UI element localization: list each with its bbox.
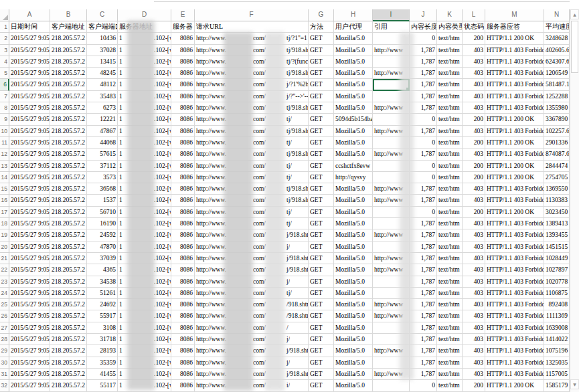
cell-M17[interactable]: HTTP/1.1 200 OK bbox=[485, 207, 544, 218]
cell-B21[interactable]: 218.205.57.2 bbox=[50, 253, 87, 264]
cell-L14[interactable]: 200 bbox=[463, 172, 485, 183]
cell-F14[interactable]: http://www.com/tj/ bbox=[195, 172, 309, 183]
cell-J18[interactable]: 1,787 bbox=[410, 218, 437, 229]
cell-B22[interactable]: 218.205.57.2 bbox=[50, 264, 87, 276]
cell-E22[interactable]: 8086 bbox=[171, 264, 195, 276]
cell-H32[interactable]: Mozilla/5.0 bbox=[334, 380, 373, 391]
cell-M14[interactable]: HTTP/1.1 200 OK bbox=[485, 172, 544, 183]
row-header-26[interactable]: 26 bbox=[0, 310, 9, 322]
cell-N32[interactable]: 1585179 bbox=[544, 380, 570, 391]
cell-E10[interactable]: 8086 bbox=[171, 126, 195, 137]
cell-H28[interactable]: Mozilla/5.0 bbox=[334, 334, 373, 345]
cell-A21[interactable]: 2015/5/27 9:05 bbox=[9, 253, 50, 264]
row-header-17[interactable]: 17 bbox=[0, 207, 9, 218]
cell-G4[interactable]: GET bbox=[309, 56, 334, 68]
cell-L15[interactable]: 403 bbox=[463, 183, 485, 195]
cell-L21[interactable]: 403 bbox=[463, 253, 485, 264]
cell-G1[interactable]: 方法 bbox=[309, 21, 334, 33]
cell-E12[interactable]: 8086 bbox=[171, 149, 195, 160]
cell-I21[interactable]: http://www bbox=[373, 253, 410, 264]
cell-E31[interactable]: 8086 bbox=[171, 369, 195, 380]
cell-N28[interactable]: 1414022 bbox=[544, 334, 570, 345]
cell-K25[interactable]: text/htm bbox=[437, 299, 463, 310]
cell-M5[interactable]: HTTP/1.1 403 Forbidde bbox=[485, 68, 544, 79]
row-header-6[interactable]: 6 bbox=[0, 79, 9, 90]
cell-G27[interactable]: GET bbox=[309, 322, 334, 334]
cell-M20[interactable]: HTTP/1.1 403 Forbidde bbox=[485, 241, 544, 253]
cell-N2[interactable]: 3248628 bbox=[544, 33, 570, 44]
cell-M30[interactable]: HTTP/1.1 403 Forbidde bbox=[485, 357, 544, 369]
cell-J17[interactable]: 0 bbox=[410, 207, 437, 218]
cell-B30[interactable]: 218.205.57.2 bbox=[50, 357, 87, 369]
cell-M10[interactable]: HTTP/1.1 403 Forbidde bbox=[485, 126, 544, 137]
cell-C4[interactable]: 13415 bbox=[87, 56, 118, 68]
column-header-J[interactable]: J bbox=[410, 9, 437, 21]
cell-I28[interactable] bbox=[373, 334, 410, 345]
cell-J9[interactable]: 0 bbox=[410, 114, 437, 125]
cell-K5[interactable]: text/htm bbox=[437, 68, 463, 79]
cell-G13[interactable]: GET bbox=[309, 161, 334, 172]
cell-M7[interactable]: HTTP/1.1 403 Forbidde bbox=[485, 91, 544, 102]
cell-A2[interactable]: 2015/5/27 9:05 bbox=[9, 33, 50, 44]
cell-B19[interactable]: 218.205.57.2 bbox=[50, 229, 87, 241]
cell-G21[interactable]: GET bbox=[309, 253, 334, 264]
cell-E15[interactable]: 8086 bbox=[171, 183, 195, 195]
cell-H20[interactable]: Mozilla/5.0 bbox=[334, 241, 373, 253]
cell-L16[interactable]: 403 bbox=[463, 195, 485, 206]
cell-G17[interactable]: GET bbox=[309, 207, 334, 218]
cell-F21[interactable]: http://www.com/j/918.shtm bbox=[195, 253, 309, 264]
cell-I9[interactable] bbox=[373, 114, 410, 125]
cell-C2[interactable]: 10436 bbox=[87, 33, 118, 44]
cell-L18[interactable]: 403 bbox=[463, 218, 485, 229]
cell-N4[interactable]: 624307.6 bbox=[544, 56, 570, 68]
cell-D29[interactable]: 1.102-[www. bbox=[118, 345, 171, 357]
cell-E7[interactable]: 8086 bbox=[171, 91, 195, 102]
cell-M1[interactable]: 服务器应答 bbox=[485, 21, 544, 33]
cell-G20[interactable]: GET bbox=[309, 241, 334, 253]
cell-I11[interactable] bbox=[373, 137, 410, 149]
cell-M23[interactable]: HTTP/1.1 403 Forbidde bbox=[485, 276, 544, 288]
cell-K15[interactable]: text/htm bbox=[437, 183, 463, 195]
cell-D2[interactable]: 1.102-[www. bbox=[118, 33, 171, 44]
cell-C31[interactable]: 41455 bbox=[87, 369, 118, 380]
cell-H31[interactable]: Mozilla/5.0 bbox=[334, 369, 373, 380]
cell-C30[interactable]: 35359 bbox=[87, 357, 118, 369]
cell-A1[interactable]: 日期时间 bbox=[9, 21, 50, 33]
cell-C29[interactable]: 28193 bbox=[87, 345, 118, 357]
cell-L2[interactable]: 200 bbox=[463, 33, 485, 44]
cell-G30[interactable]: GET bbox=[309, 357, 334, 369]
cell-N12[interactable]: 874087.6 bbox=[544, 149, 570, 160]
column-header-G[interactable]: G bbox=[309, 9, 334, 21]
cell-K23[interactable]: text/htm bbox=[437, 276, 463, 288]
cell-F6[interactable]: http://www.com/j/?1'%2b(f bbox=[195, 79, 309, 90]
cell-I5[interactable]: http://www bbox=[373, 68, 410, 79]
cell-K28[interactable]: text/htm bbox=[437, 334, 463, 345]
cell-M11[interactable]: HTTP/1.1 200 OK bbox=[485, 137, 544, 149]
cell-N15[interactable]: 1369550 bbox=[544, 183, 570, 195]
cell-D8[interactable]: 1.102-[www. bbox=[118, 102, 171, 114]
cell-A5[interactable]: 2015/5/27 9:05 bbox=[9, 68, 50, 79]
cell-G23[interactable]: GET bbox=[309, 276, 334, 288]
cell-C22[interactable]: 4365 bbox=[87, 264, 118, 276]
cell-F30[interactable]: http://www.com/j/ bbox=[195, 357, 309, 369]
cell-B16[interactable]: 218.205.57.2 bbox=[50, 195, 87, 206]
row-header-14[interactable]: 14 bbox=[0, 172, 9, 183]
row-header-12[interactable]: 12 bbox=[0, 149, 9, 160]
cell-I8[interactable]: http://www bbox=[373, 102, 410, 114]
cell-C7[interactable]: 35483 bbox=[87, 91, 118, 102]
cell-E16[interactable]: 8086 bbox=[171, 195, 195, 206]
cell-E1[interactable]: 服务器 bbox=[171, 21, 195, 33]
cell-A10[interactable]: 2015/5/27 9:05 bbox=[9, 126, 50, 137]
cell-K24[interactable]: text/htm bbox=[437, 288, 463, 299]
cell-H14[interactable]: http://qysvy bbox=[334, 172, 373, 183]
cell-B20[interactable]: 218.205.57.2 bbox=[50, 241, 87, 253]
cell-N5[interactable]: 1206549 bbox=[544, 68, 570, 79]
cell-K7[interactable]: text/htm bbox=[437, 91, 463, 102]
cell-B15[interactable]: 218.205.57.2 bbox=[50, 183, 87, 195]
row-header-8[interactable]: 8 bbox=[0, 102, 9, 114]
cell-G5[interactable]: GET bbox=[309, 68, 334, 79]
cell-D20[interactable]: 1.102-[www. bbox=[118, 241, 171, 253]
cell-A31[interactable]: 2015/5/27 9:05 bbox=[9, 369, 50, 380]
row-header-4[interactable]: 4 bbox=[0, 56, 9, 68]
cell-I16[interactable]: http://www bbox=[373, 195, 410, 206]
